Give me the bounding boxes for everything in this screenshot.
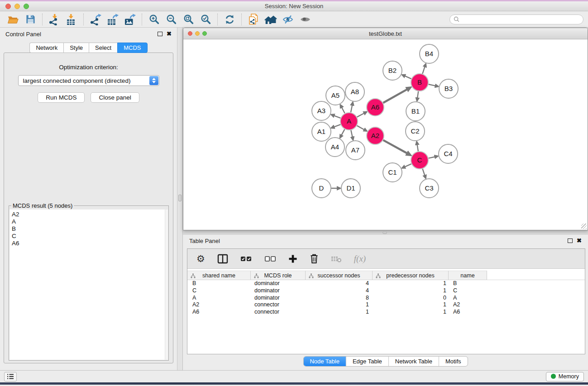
cell-successor-nodes[interactable]: 1 xyxy=(306,301,373,309)
cell-name[interactable]: C xyxy=(449,287,487,295)
dropdown-stepper-icon[interactable] xyxy=(149,76,158,85)
mcds-result-item[interactable]: C xyxy=(10,233,168,240)
graph-edge-C-C4[interactable] xyxy=(429,157,435,158)
app-titlebar[interactable]: Session: New Session xyxy=(0,1,588,11)
graph-edge-A-A2[interactable] xyxy=(357,126,364,130)
zoom-in-button[interactable] xyxy=(145,13,163,26)
table-row[interactable]: B dominator 4 1 B xyxy=(187,280,585,287)
tab-select[interactable]: Select xyxy=(89,43,117,53)
cell-shared-name[interactable]: B xyxy=(187,280,251,287)
graph-edge-B-B1[interactable] xyxy=(417,91,418,98)
mcds-result-item[interactable]: A xyxy=(10,218,168,225)
cell-successor-nodes[interactable]: 1 xyxy=(306,309,373,316)
close-panel-icon[interactable]: ✖ xyxy=(167,32,172,36)
table-row[interactable]: A6 connector 1 1 A6 xyxy=(187,309,585,316)
cell-successor-nodes[interactable]: 4 xyxy=(306,280,373,287)
criterion-dropdown[interactable]: largest connected component (directed) xyxy=(18,75,159,86)
select-all-button[interactable] xyxy=(240,255,252,262)
graph-edge-B-B4[interactable] xyxy=(422,67,425,74)
cell-mcds-role[interactable]: dominator xyxy=(251,295,306,302)
cell-successor-nodes[interactable]: 8 xyxy=(306,295,373,302)
tab-mcds[interactable]: MCDS xyxy=(117,43,147,53)
export-image-button[interactable] xyxy=(121,13,139,26)
graph-edge-B-B3[interactable] xyxy=(429,84,435,86)
graph-edge-A-A7[interactable] xyxy=(351,130,352,137)
close-panel-button[interactable]: Close panel xyxy=(91,92,139,103)
graph-edge-C-C2[interactable] xyxy=(417,145,418,152)
cell-mcds-role[interactable]: connector xyxy=(251,309,306,316)
list-scrollbar-track[interactable] xyxy=(165,210,168,360)
graph-edge-A-A5[interactable] xyxy=(342,108,345,114)
tab-edge-table[interactable]: Edge Table xyxy=(346,357,389,366)
delete-column-button[interactable] xyxy=(310,253,319,264)
cell-mcds-role[interactable]: dominator xyxy=(251,280,306,287)
memory-button[interactable]: Memory xyxy=(546,372,584,381)
zoom-out-button[interactable] xyxy=(163,13,180,26)
float-table-panel-icon[interactable] xyxy=(568,238,573,243)
column-header-shared-name[interactable]: shared name xyxy=(187,271,251,280)
cell-mcds-role[interactable]: connector xyxy=(251,301,306,309)
cell-predecessor-nodes[interactable]: 1 xyxy=(373,301,449,309)
search-field[interactable] xyxy=(449,14,583,24)
show-eye-button[interactable] xyxy=(296,13,314,26)
graph-edge-A-A3[interactable] xyxy=(334,116,340,118)
network-window-titlebar[interactable]: testGlobe.txt xyxy=(183,28,588,39)
graph-edge-A2-C[interactable] xyxy=(383,140,407,153)
cell-shared-name[interactable]: A xyxy=(187,295,251,302)
close-table-panel-icon[interactable]: ✖ xyxy=(577,238,582,243)
mcds-result-item[interactable]: A2 xyxy=(10,211,168,218)
import-table-button[interactable] xyxy=(63,13,80,26)
cell-successor-nodes[interactable]: 4 xyxy=(306,287,373,295)
graph-edge-A-A4[interactable] xyxy=(341,129,344,135)
table-row[interactable]: A dominator 8 0 A xyxy=(187,295,585,302)
refresh-layout-button[interactable] xyxy=(221,13,238,26)
run-mcds-button[interactable]: Run MCDS xyxy=(38,92,85,103)
graph-edge-C-C1[interactable] xyxy=(405,164,411,167)
open-session-button[interactable] xyxy=(5,13,22,26)
splitter-grabber[interactable] xyxy=(178,195,182,201)
column-header-name[interactable]: name xyxy=(449,271,487,280)
cell-mcds-role[interactable]: dominator xyxy=(251,287,306,295)
save-session-button[interactable] xyxy=(22,13,39,26)
mcds-result-list[interactable]: A2 A B C A6 xyxy=(10,210,168,360)
window-resize-grip[interactable] xyxy=(581,224,587,229)
column-header-predecessor-nodes[interactable]: predecessor nodes xyxy=(373,271,449,280)
network-canvas[interactable]: B4B2BB3A8A5A6A3B1AA1C2A2A4A7C4CC1C3DD1 xyxy=(183,40,588,230)
tab-network[interactable]: Network xyxy=(29,43,63,53)
cell-predecessor-nodes[interactable]: 1 xyxy=(373,280,449,287)
table-settings-button[interactable]: ⚙ xyxy=(196,253,205,264)
search-input[interactable] xyxy=(462,16,579,23)
cell-predecessor-nodes[interactable]: 1 xyxy=(373,309,449,316)
graph-edge-C-C3[interactable] xyxy=(422,169,425,176)
function-builder-button[interactable]: f(x) xyxy=(354,254,366,264)
task-history-button[interactable] xyxy=(4,372,17,381)
cell-name[interactable]: A xyxy=(449,295,487,302)
hide-eye-button[interactable] xyxy=(279,13,296,26)
tab-motifs[interactable]: Motifs xyxy=(439,357,468,366)
export-table-button[interactable] xyxy=(104,13,121,26)
birds-eye-button[interactable] xyxy=(262,13,279,26)
copy-network-button[interactable] xyxy=(245,13,262,26)
float-panel-icon[interactable] xyxy=(158,32,163,36)
network-graph[interactable]: B4B2BB3A8A5A6A3B1AA1C2A2A4A7C4CC1C3DD1 xyxy=(183,40,588,230)
cell-shared-name[interactable]: C xyxy=(187,287,251,295)
zoom-selected-button[interactable] xyxy=(197,13,214,26)
cell-shared-name[interactable]: A6 xyxy=(187,309,251,316)
horizontal-splitter-grabber[interactable] xyxy=(382,231,387,234)
table-row[interactable]: A2 connector 1 1 A2 xyxy=(187,301,585,309)
graph-edge-A6-B[interactable] xyxy=(383,90,407,103)
create-column-button[interactable] xyxy=(288,254,297,263)
tab-network-table[interactable]: Network Table xyxy=(389,357,439,366)
table-row[interactable]: C dominator 4 1 C xyxy=(187,287,585,295)
cell-shared-name[interactable]: A2 xyxy=(187,301,251,309)
graph-edge-B-B2[interactable] xyxy=(405,76,411,79)
export-network-button[interactable] xyxy=(87,13,104,26)
graph-edge-A-A6[interactable] xyxy=(357,113,364,117)
column-visibility-button[interactable] xyxy=(217,254,228,264)
import-network-button[interactable] xyxy=(46,13,63,26)
graph-edge-A-A1[interactable] xyxy=(334,124,340,127)
mcds-result-item[interactable]: B xyxy=(10,225,168,233)
cell-predecessor-nodes[interactable]: 1 xyxy=(373,287,449,295)
cell-name[interactable]: A6 xyxy=(449,309,487,316)
column-header-mcds-role[interactable]: MCDS role xyxy=(251,271,306,280)
